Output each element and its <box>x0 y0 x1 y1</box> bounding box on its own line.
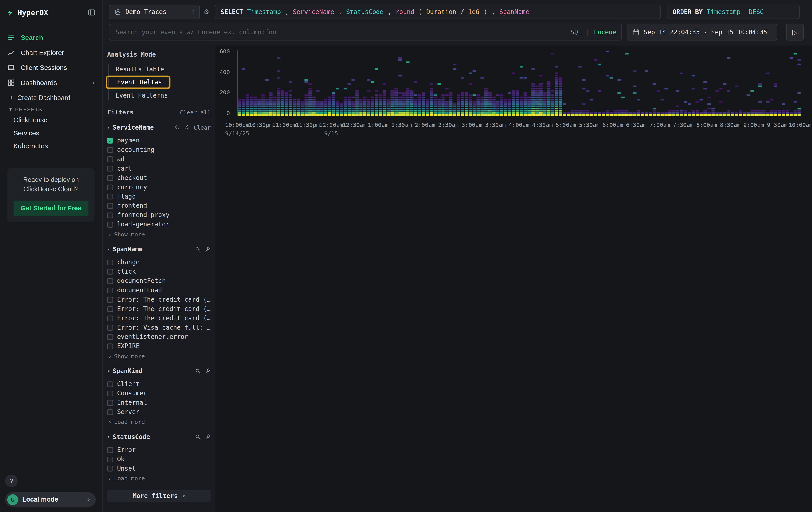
show-more-link[interactable]: ›Load more <box>108 475 211 482</box>
heatmap-plot[interactable] <box>237 50 801 116</box>
show-more-link[interactable]: ›Show more <box>108 231 211 238</box>
checkbox[interactable] <box>107 466 113 471</box>
filter-option[interactable]: Error: The credit card (… <box>107 295 211 304</box>
checkbox[interactable] <box>107 184 113 190</box>
create-dashboard-button[interactable]: + Create Dashboard <box>0 90 102 103</box>
facet-header[interactable]: ▾ServiceNameClear <box>107 124 211 131</box>
preset-item-kubernetes[interactable]: Kubernetes <box>0 139 102 152</box>
more-filters-button[interactable]: More filters ▾ <box>107 490 211 502</box>
pin-icon[interactable] <box>205 434 211 440</box>
gear-icon[interactable]: ⚙ <box>204 7 209 16</box>
checkbox[interactable]: ✓ <box>107 138 113 143</box>
checkbox[interactable] <box>107 221 113 227</box>
facet-header[interactable]: ▾StatusCode <box>107 433 211 440</box>
checkbox[interactable] <box>107 147 113 153</box>
filter-option[interactable]: flagd <box>107 192 211 201</box>
analysis-mode-option[interactable]: Event Deltas <box>106 76 170 89</box>
filter-option[interactable]: currency <box>107 182 211 192</box>
checkbox[interactable] <box>107 381 113 387</box>
filter-option[interactable]: Ok <box>107 455 211 464</box>
checkbox[interactable] <box>107 456 113 462</box>
filter-option[interactable]: eventListener.error <box>107 332 211 342</box>
magnifier-icon[interactable] <box>174 125 180 131</box>
facet-header[interactable]: ▾SpanName <box>107 246 211 253</box>
filter-option[interactable]: ✓payment <box>107 136 211 145</box>
show-more-link[interactable]: ›Load more <box>108 419 211 425</box>
filter-option[interactable]: change <box>107 258 211 267</box>
preset-item-services[interactable]: Services <box>0 127 102 139</box>
get-started-button[interactable]: Get Started for Free <box>13 200 89 216</box>
preset-item-clickhouse[interactable]: ClickHouse <box>0 113 102 127</box>
clear-all-button[interactable]: Clear all <box>180 109 211 116</box>
filter-option[interactable]: Error: The credit card (… <box>107 304 211 314</box>
checkbox[interactable] <box>107 166 113 171</box>
filter-option[interactable]: Error <box>107 445 211 455</box>
checkbox[interactable] <box>107 259 113 265</box>
filter-option[interactable]: EXPIRE <box>107 342 211 351</box>
filter-option[interactable]: accounting <box>107 145 211 155</box>
filter-option[interactable]: load-generator <box>107 220 211 229</box>
checkbox[interactable] <box>107 203 113 209</box>
filter-option[interactable]: Server <box>107 407 211 417</box>
checkbox[interactable] <box>107 400 113 406</box>
collapse-sidebar-icon[interactable] <box>88 8 96 17</box>
user-menu[interactable]: U Local mode › <box>5 492 96 507</box>
checkbox[interactable] <box>107 175 113 181</box>
filter-option[interactable]: ad <box>107 155 211 164</box>
sidebar-item-search[interactable]: Search <box>0 30 102 45</box>
sql-select-input[interactable]: SELECT Timestamp, ServiceName, StatusCod… <box>215 5 661 19</box>
search-input[interactable] <box>115 28 567 36</box>
checkbox[interactable] <box>107 278 113 284</box>
checkbox[interactable] <box>107 156 113 162</box>
checkbox[interactable] <box>107 193 113 199</box>
filter-option[interactable]: Error: Visa cache full: … <box>107 323 211 332</box>
date-range-picker[interactable]: Sep 14 22:04:35 - Sep 15 10:04:35 <box>627 24 777 40</box>
magnifier-icon[interactable] <box>195 434 201 440</box>
checkbox[interactable] <box>107 390 113 396</box>
checkbox[interactable] <box>107 343 113 349</box>
filter-option[interactable]: frontend <box>107 201 211 210</box>
filter-option[interactable]: checkout <box>107 173 211 183</box>
checkbox[interactable] <box>107 287 113 293</box>
checkbox[interactable] <box>107 334 113 340</box>
filter-option[interactable]: Consumer <box>107 389 211 398</box>
checkbox[interactable] <box>107 316 113 321</box>
filter-option[interactable]: cart <box>107 164 211 173</box>
presets-toggle[interactable]: ▾ PRESETS <box>0 103 102 113</box>
facet-clear-button[interactable]: Clear <box>194 124 211 131</box>
pin-icon[interactable] <box>205 246 211 252</box>
filter-option[interactable]: Internal <box>107 398 211 407</box>
checkbox[interactable] <box>107 269 113 274</box>
sidebar-item-dashboards[interactable]: Dashboards▴ <box>0 75 102 90</box>
help-button[interactable]: ? <box>5 475 18 487</box>
facet-header[interactable]: ▾SpanKind <box>107 367 211 375</box>
checkbox[interactable] <box>107 447 113 453</box>
pin-icon[interactable] <box>184 125 190 131</box>
heatmap-canvas[interactable] <box>238 50 801 116</box>
run-query-button[interactable]: ▷ <box>786 24 804 40</box>
order-by-input[interactable]: ORDER BY Timestamp DESC <box>667 5 800 19</box>
filter-option[interactable]: Unset <box>107 464 211 473</box>
show-more-link[interactable]: ›Show more <box>108 353 211 359</box>
checkbox[interactable] <box>107 325 113 330</box>
lucene-mode-toggle[interactable]: Lucene <box>594 28 616 36</box>
magnifier-icon[interactable] <box>195 368 201 374</box>
analysis-mode-option[interactable]: Event Patterns <box>109 90 211 101</box>
filter-option[interactable]: Client <box>107 379 211 389</box>
sidebar-item-client-sessions[interactable]: Client Sessions <box>0 60 102 75</box>
checkbox[interactable] <box>107 409 113 415</box>
filter-option[interactable]: documentFetch <box>107 276 211 286</box>
checkbox[interactable] <box>107 297 113 302</box>
sql-mode-toggle[interactable]: SQL <box>571 28 582 36</box>
analysis-mode-option[interactable]: Results Table <box>109 64 211 75</box>
pin-icon[interactable] <box>205 368 211 374</box>
checkbox[interactable] <box>107 306 113 312</box>
filter-option[interactable]: click <box>107 267 211 276</box>
checkbox[interactable] <box>107 212 113 218</box>
filter-option[interactable]: Error: The credit card (… <box>107 314 211 323</box>
sidebar-item-chart-explorer[interactable]: Chart Explorer <box>0 45 102 60</box>
source-select[interactable]: Demo Traces ▴▾ <box>109 5 200 19</box>
filter-option[interactable]: documentLoad <box>107 286 211 295</box>
filter-option[interactable]: frontend-proxy <box>107 210 211 220</box>
magnifier-icon[interactable] <box>195 246 201 252</box>
